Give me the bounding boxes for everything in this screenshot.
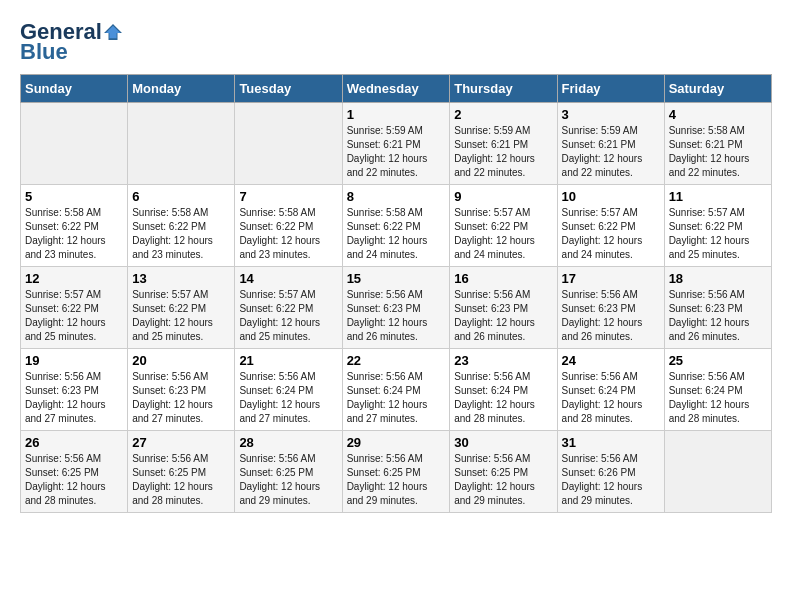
day-number: 28	[239, 435, 337, 450]
day-info: Sunrise: 5:56 AMSunset: 6:24 PMDaylight:…	[347, 370, 446, 426]
day-number: 3	[562, 107, 660, 122]
day-number: 23	[454, 353, 552, 368]
day-number: 31	[562, 435, 660, 450]
day-info: Sunrise: 5:56 AMSunset: 6:24 PMDaylight:…	[239, 370, 337, 426]
day-info: Sunrise: 5:59 AMSunset: 6:21 PMDaylight:…	[454, 124, 552, 180]
day-number: 24	[562, 353, 660, 368]
day-info: Sunrise: 5:56 AMSunset: 6:23 PMDaylight:…	[347, 288, 446, 344]
calendar-cell	[235, 103, 342, 185]
day-info: Sunrise: 5:59 AMSunset: 6:21 PMDaylight:…	[347, 124, 446, 180]
day-number: 10	[562, 189, 660, 204]
day-info: Sunrise: 5:56 AMSunset: 6:23 PMDaylight:…	[454, 288, 552, 344]
day-info: Sunrise: 5:58 AMSunset: 6:22 PMDaylight:…	[347, 206, 446, 262]
calendar-cell: 25Sunrise: 5:56 AMSunset: 6:24 PMDayligh…	[664, 349, 771, 431]
day-number: 5	[25, 189, 123, 204]
day-info: Sunrise: 5:56 AMSunset: 6:23 PMDaylight:…	[132, 370, 230, 426]
day-info: Sunrise: 5:56 AMSunset: 6:25 PMDaylight:…	[454, 452, 552, 508]
day-info: Sunrise: 5:56 AMSunset: 6:24 PMDaylight:…	[562, 370, 660, 426]
calendar-cell: 20Sunrise: 5:56 AMSunset: 6:23 PMDayligh…	[128, 349, 235, 431]
calendar-cell: 3Sunrise: 5:59 AMSunset: 6:21 PMDaylight…	[557, 103, 664, 185]
header-sunday: Sunday	[21, 75, 128, 103]
calendar-cell: 28Sunrise: 5:56 AMSunset: 6:25 PMDayligh…	[235, 431, 342, 513]
calendar-cell: 29Sunrise: 5:56 AMSunset: 6:25 PMDayligh…	[342, 431, 450, 513]
calendar-cell: 11Sunrise: 5:57 AMSunset: 6:22 PMDayligh…	[664, 185, 771, 267]
calendar-table: SundayMondayTuesdayWednesdayThursdayFrid…	[20, 74, 772, 513]
calendar-cell: 5Sunrise: 5:58 AMSunset: 6:22 PMDaylight…	[21, 185, 128, 267]
page-header: General Blue	[20, 20, 772, 64]
calendar-week-row: 26Sunrise: 5:56 AMSunset: 6:25 PMDayligh…	[21, 431, 772, 513]
day-info: Sunrise: 5:56 AMSunset: 6:23 PMDaylight:…	[562, 288, 660, 344]
day-info: Sunrise: 5:59 AMSunset: 6:21 PMDaylight:…	[562, 124, 660, 180]
day-info: Sunrise: 5:56 AMSunset: 6:24 PMDaylight:…	[454, 370, 552, 426]
day-number: 22	[347, 353, 446, 368]
calendar-cell: 1Sunrise: 5:59 AMSunset: 6:21 PMDaylight…	[342, 103, 450, 185]
day-info: Sunrise: 5:56 AMSunset: 6:24 PMDaylight:…	[669, 370, 767, 426]
day-number: 16	[454, 271, 552, 286]
header-tuesday: Tuesday	[235, 75, 342, 103]
logo-icon	[104, 23, 122, 41]
calendar-cell: 31Sunrise: 5:56 AMSunset: 6:26 PMDayligh…	[557, 431, 664, 513]
day-number: 20	[132, 353, 230, 368]
day-number: 12	[25, 271, 123, 286]
header-monday: Monday	[128, 75, 235, 103]
calendar-cell: 12Sunrise: 5:57 AMSunset: 6:22 PMDayligh…	[21, 267, 128, 349]
day-info: Sunrise: 5:57 AMSunset: 6:22 PMDaylight:…	[669, 206, 767, 262]
day-number: 26	[25, 435, 123, 450]
calendar-week-row: 19Sunrise: 5:56 AMSunset: 6:23 PMDayligh…	[21, 349, 772, 431]
day-info: Sunrise: 5:57 AMSunset: 6:22 PMDaylight:…	[25, 288, 123, 344]
calendar-cell: 22Sunrise: 5:56 AMSunset: 6:24 PMDayligh…	[342, 349, 450, 431]
calendar-cell: 26Sunrise: 5:56 AMSunset: 6:25 PMDayligh…	[21, 431, 128, 513]
calendar-cell: 8Sunrise: 5:58 AMSunset: 6:22 PMDaylight…	[342, 185, 450, 267]
day-number: 8	[347, 189, 446, 204]
day-number: 11	[669, 189, 767, 204]
day-info: Sunrise: 5:57 AMSunset: 6:22 PMDaylight:…	[239, 288, 337, 344]
calendar-cell: 15Sunrise: 5:56 AMSunset: 6:23 PMDayligh…	[342, 267, 450, 349]
calendar-week-row: 1Sunrise: 5:59 AMSunset: 6:21 PMDaylight…	[21, 103, 772, 185]
calendar-cell: 16Sunrise: 5:56 AMSunset: 6:23 PMDayligh…	[450, 267, 557, 349]
calendar-cell	[128, 103, 235, 185]
day-number: 29	[347, 435, 446, 450]
header-thursday: Thursday	[450, 75, 557, 103]
day-info: Sunrise: 5:56 AMSunset: 6:25 PMDaylight:…	[239, 452, 337, 508]
calendar-cell	[664, 431, 771, 513]
day-info: Sunrise: 5:56 AMSunset: 6:25 PMDaylight:…	[132, 452, 230, 508]
day-number: 21	[239, 353, 337, 368]
calendar-cell: 9Sunrise: 5:57 AMSunset: 6:22 PMDaylight…	[450, 185, 557, 267]
day-number: 9	[454, 189, 552, 204]
calendar-header-row: SundayMondayTuesdayWednesdayThursdayFrid…	[21, 75, 772, 103]
header-saturday: Saturday	[664, 75, 771, 103]
day-info: Sunrise: 5:57 AMSunset: 6:22 PMDaylight:…	[454, 206, 552, 262]
day-info: Sunrise: 5:56 AMSunset: 6:23 PMDaylight:…	[25, 370, 123, 426]
calendar-cell: 14Sunrise: 5:57 AMSunset: 6:22 PMDayligh…	[235, 267, 342, 349]
day-info: Sunrise: 5:56 AMSunset: 6:25 PMDaylight:…	[25, 452, 123, 508]
calendar-cell: 6Sunrise: 5:58 AMSunset: 6:22 PMDaylight…	[128, 185, 235, 267]
calendar-cell: 23Sunrise: 5:56 AMSunset: 6:24 PMDayligh…	[450, 349, 557, 431]
day-info: Sunrise: 5:56 AMSunset: 6:25 PMDaylight:…	[347, 452, 446, 508]
day-number: 4	[669, 107, 767, 122]
day-info: Sunrise: 5:58 AMSunset: 6:22 PMDaylight:…	[239, 206, 337, 262]
calendar-cell: 24Sunrise: 5:56 AMSunset: 6:24 PMDayligh…	[557, 349, 664, 431]
day-info: Sunrise: 5:58 AMSunset: 6:22 PMDaylight:…	[132, 206, 230, 262]
day-number: 18	[669, 271, 767, 286]
day-info: Sunrise: 5:58 AMSunset: 6:21 PMDaylight:…	[669, 124, 767, 180]
calendar-cell: 27Sunrise: 5:56 AMSunset: 6:25 PMDayligh…	[128, 431, 235, 513]
day-number: 30	[454, 435, 552, 450]
calendar-cell: 2Sunrise: 5:59 AMSunset: 6:21 PMDaylight…	[450, 103, 557, 185]
calendar-cell: 30Sunrise: 5:56 AMSunset: 6:25 PMDayligh…	[450, 431, 557, 513]
day-info: Sunrise: 5:56 AMSunset: 6:23 PMDaylight:…	[669, 288, 767, 344]
calendar-week-row: 5Sunrise: 5:58 AMSunset: 6:22 PMDaylight…	[21, 185, 772, 267]
calendar-cell: 13Sunrise: 5:57 AMSunset: 6:22 PMDayligh…	[128, 267, 235, 349]
day-number: 1	[347, 107, 446, 122]
day-info: Sunrise: 5:57 AMSunset: 6:22 PMDaylight:…	[562, 206, 660, 262]
day-number: 19	[25, 353, 123, 368]
day-info: Sunrise: 5:58 AMSunset: 6:22 PMDaylight:…	[25, 206, 123, 262]
day-number: 17	[562, 271, 660, 286]
calendar-cell: 7Sunrise: 5:58 AMSunset: 6:22 PMDaylight…	[235, 185, 342, 267]
header-friday: Friday	[557, 75, 664, 103]
calendar-cell: 4Sunrise: 5:58 AMSunset: 6:21 PMDaylight…	[664, 103, 771, 185]
day-number: 15	[347, 271, 446, 286]
day-number: 6	[132, 189, 230, 204]
day-number: 7	[239, 189, 337, 204]
day-info: Sunrise: 5:56 AMSunset: 6:26 PMDaylight:…	[562, 452, 660, 508]
calendar-cell: 21Sunrise: 5:56 AMSunset: 6:24 PMDayligh…	[235, 349, 342, 431]
